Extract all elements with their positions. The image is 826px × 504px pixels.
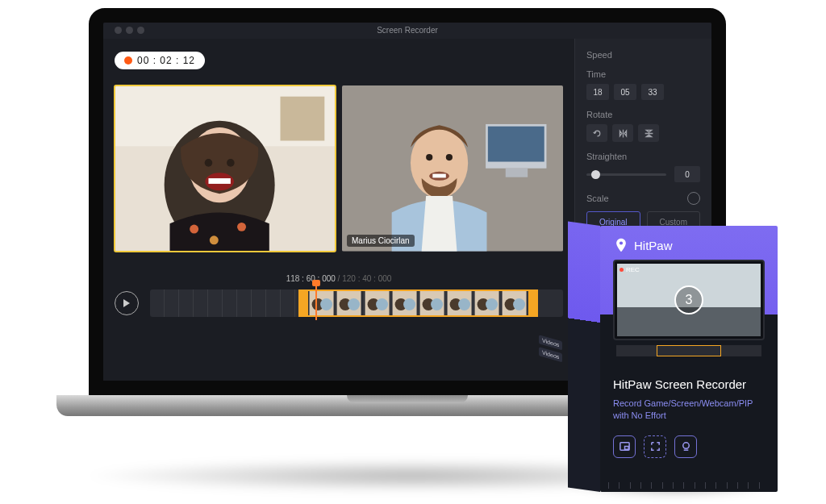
straighten-label: Straighten	[586, 152, 700, 161]
recording-indicator: 00 : 02 : 12	[115, 52, 205, 69]
timeline-track[interactable]	[150, 289, 563, 317]
svg-point-32	[403, 298, 415, 310]
svg-point-45	[620, 241, 623, 244]
window-controls[interactable]	[115, 27, 144, 34]
time-minutes-input[interactable]: 05	[614, 84, 636, 100]
svg-rect-15	[506, 169, 528, 177]
svg-rect-6	[208, 178, 230, 184]
recording-time: 00 : 02 : 12	[137, 55, 195, 66]
product-monitor-graphic: REC 3	[613, 260, 765, 340]
svg-point-11	[210, 235, 219, 244]
svg-point-10	[237, 223, 246, 231]
time-seconds-input[interactable]: 33	[641, 84, 664, 100]
scale-label: Scale	[586, 194, 609, 203]
svg-point-48	[682, 443, 689, 449]
trim-handle-right[interactable]	[528, 291, 536, 315]
svg-point-7	[205, 159, 213, 167]
svg-point-41	[486, 298, 498, 310]
svg-rect-18	[432, 174, 445, 178]
svg-point-26	[348, 298, 361, 310]
playhead[interactable]	[315, 281, 317, 320]
reset-scale-button[interactable]	[687, 192, 700, 205]
svg-rect-14	[488, 127, 544, 162]
svg-point-44	[513, 298, 525, 310]
svg-point-20	[446, 154, 453, 160]
feature-screen-icon	[644, 435, 666, 458]
svg-point-23	[320, 298, 332, 310]
window-title: Screen Recorder	[377, 26, 438, 35]
timeline-position-readout: 118 : 60 : 000 / 120 : 40 : 000	[115, 274, 563, 283]
svg-point-9	[190, 225, 198, 234]
straighten-slider[interactable]	[586, 173, 666, 176]
feature-webcam-icon	[674, 435, 697, 458]
trim-handle-left[interactable]	[300, 291, 308, 315]
brand-logo: HitPaw	[600, 226, 778, 253]
time-hours-input[interactable]: 18	[586, 84, 609, 100]
countdown-number: 3	[674, 285, 703, 314]
svg-point-38	[458, 298, 470, 310]
clip-segment[interactable]	[298, 289, 538, 317]
product-box: Videos Videos HitPaw REC 3 HitPaw Screen…	[600, 226, 778, 492]
rotate-left-button[interactable]	[586, 124, 607, 142]
participant-name-tag: Marius Ciocirlan	[347, 235, 415, 247]
svg-rect-47	[624, 447, 628, 450]
rotate-label: Rotate	[586, 110, 700, 119]
window-titlebar: Screen Recorder	[103, 23, 711, 39]
record-dot-icon	[124, 56, 132, 65]
svg-point-35	[431, 298, 443, 310]
svg-rect-2	[281, 97, 325, 141]
svg-point-19	[426, 154, 432, 160]
product-title: HitPaw Screen Recorder	[600, 356, 778, 391]
flip-horizontal-button[interactable]	[612, 124, 633, 142]
product-subtitle: Record Game/Screen/Webcam/PIP with No Ef…	[600, 391, 778, 423]
feature-pip-icon	[613, 435, 636, 458]
speed-label: Speed	[586, 50, 700, 60]
time-label: Time	[586, 69, 700, 79]
video-clip-left[interactable]	[115, 85, 336, 252]
play-button[interactable]	[115, 291, 139, 315]
video-clip-right[interactable]: Marius Ciocirlan	[342, 85, 563, 252]
rec-badge: REC	[620, 266, 640, 273]
flip-vertical-button[interactable]	[638, 124, 659, 142]
straighten-value[interactable]: 0	[674, 166, 700, 182]
svg-point-29	[376, 298, 388, 310]
svg-point-8	[227, 159, 235, 167]
